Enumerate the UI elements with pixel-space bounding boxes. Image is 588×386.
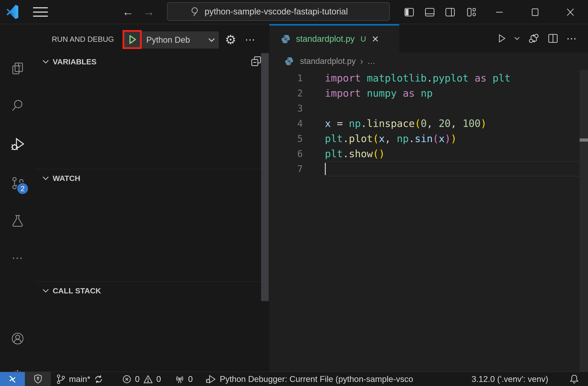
close-icon — [565, 7, 576, 17]
code-line[interactable]: 1import matplotlib.pyplot as plt — [269, 71, 580, 86]
nav-back-button[interactable]: ← — [122, 5, 134, 19]
code-line[interactable]: 7 — [269, 161, 580, 176]
debug-run-icon — [206, 374, 216, 384]
line-number[interactable]: 3 — [269, 103, 303, 114]
overview-ruler-cursor-marker — [580, 138, 588, 142]
sidebar-title: RUN AND DEBUG — [52, 35, 114, 44]
chevron-down-icon — [208, 37, 215, 43]
line-content[interactable]: import numpy as np — [325, 86, 580, 101]
sidebar-right-icon — [444, 7, 456, 17]
activity-search-button[interactable] — [0, 99, 35, 112]
code-token: ( — [373, 146, 379, 161]
code-token: np — [421, 86, 433, 101]
maximize-button[interactable] — [529, 6, 542, 18]
tab-close-button[interactable]: ✕ — [371, 34, 379, 44]
line-number[interactable]: 4 — [269, 118, 303, 129]
remote-indicator-button[interactable] — [0, 372, 25, 386]
section-watch-header[interactable]: WATCH — [35, 169, 269, 187]
warnings-count: 0 — [156, 374, 161, 384]
minimize-icon — [494, 7, 504, 17]
minimize-button[interactable] — [493, 6, 506, 18]
nav-forward-button[interactable]: → — [143, 5, 155, 19]
code-token: as — [403, 86, 415, 101]
code-token: 20 — [439, 116, 451, 131]
activity-explorer-button[interactable] — [0, 62, 35, 75]
section-variables-header[interactable]: VARIABLES — [35, 53, 269, 71]
activity-more-views-button[interactable]: ⋯ — [0, 251, 35, 265]
code-token — [486, 71, 493, 86]
toggle-panel-button[interactable] — [423, 6, 436, 18]
run-dropdown-chevron[interactable] — [514, 36, 520, 41]
testing-flask-icon — [11, 214, 24, 228]
line-number[interactable]: 1 — [269, 73, 303, 83]
code-token: x — [439, 131, 445, 146]
run-python-file-button[interactable] — [497, 34, 506, 43]
explorer-files-icon — [11, 62, 24, 75]
line-content[interactable]: plt.plot(x, np.sin(x)) — [325, 131, 580, 146]
line-content[interactable]: import matplotlib.pyplot as plt — [325, 71, 580, 86]
code-line[interactable]: 5plt.plot(x, np.sin(x)) — [269, 131, 580, 146]
tab-standardplot[interactable]: standardplot.py U ✕ — [269, 24, 399, 52]
code-line[interactable]: 2import numpy as np — [269, 86, 580, 101]
problems-button[interactable]: 0 0 — [122, 372, 161, 386]
editor-scrollbar[interactable] — [580, 70, 588, 371]
code-token: ( — [373, 131, 379, 146]
ports-button[interactable]: 0 — [174, 372, 193, 386]
code-line[interactable]: 6plt.show() — [269, 146, 580, 161]
toggle-secondary-sidebar-button[interactable] — [444, 6, 456, 18]
start-debugging-button[interactable] — [123, 30, 142, 49]
activity-testing-button[interactable] — [0, 214, 35, 228]
section-label: WATCH — [53, 174, 80, 183]
debug-more-actions-button[interactable]: ⋯ — [244, 30, 256, 49]
breadcrumb[interactable]: standardplot.py › … — [269, 52, 588, 70]
code-token: x — [379, 131, 385, 146]
debug-settings-gear-button[interactable]: ⚙ — [224, 30, 237, 49]
git-branch-button[interactable]: main* — [56, 372, 104, 386]
command-center-search[interactable]: python-sample-vscode-fastapi-tutorial — [167, 2, 390, 21]
line-content[interactable] — [325, 101, 580, 116]
line-content[interactable]: plt.show() — [325, 146, 580, 161]
status-bar: main* 0 0 0 — [0, 371, 588, 386]
code-token: 100 — [462, 116, 480, 131]
accounts-button[interactable] — [0, 332, 35, 345]
code-token: plt — [493, 71, 510, 86]
close-window-button[interactable] — [564, 6, 577, 18]
line-content[interactable]: x = np.linspace(0, 20, 100) — [325, 116, 580, 131]
vscode-window: ← → python-sample-vscode-fastapi-tutoria… — [0, 0, 588, 386]
line-number[interactable]: 5 — [269, 134, 303, 144]
line-number[interactable]: 2 — [269, 88, 303, 98]
collapse-all-button[interactable] — [250, 55, 262, 67]
code-line[interactable]: 4x = np.linspace(0, 20, 100) — [269, 116, 580, 131]
tab-filename: standardplot.py — [296, 34, 355, 44]
code-token: linspace — [367, 116, 415, 131]
notifications-button[interactable] — [568, 372, 581, 386]
breadcrumb-filename[interactable]: standardplot.py — [300, 57, 356, 66]
activity-run-debug-button[interactable] — [0, 138, 35, 151]
editor-more-actions-button[interactable]: ⋯ — [566, 32, 577, 44]
line-number[interactable]: 6 — [269, 149, 303, 159]
breadcrumb-symbol[interactable]: … — [367, 57, 376, 66]
open-changes-icon[interactable] — [528, 33, 540, 44]
split-editor-button[interactable] — [547, 33, 559, 44]
section-call-stack-header[interactable]: CALL STACK — [35, 281, 269, 299]
python-interpreter-button[interactable]: 3.12.0 ('.venv': venv) — [472, 372, 548, 386]
code-token — [469, 71, 475, 86]
code-token: ( — [433, 131, 439, 146]
line-content[interactable] — [325, 161, 580, 176]
toggle-primary-sidebar-button[interactable] — [403, 6, 416, 18]
sidebar-scrollbar[interactable] — [261, 53, 269, 301]
workspace-trust-button[interactable] — [25, 372, 51, 386]
customize-layout-button[interactable] — [465, 6, 478, 18]
editor-group: standardplot.py U ✕ ⋯ — [269, 24, 588, 371]
menu-hamburger-button[interactable] — [33, 7, 48, 17]
code-token — [415, 86, 421, 101]
debug-status-button[interactable]: Python Debugger: Current File (python-sa… — [206, 372, 413, 386]
debug-configuration-label: Python Deb — [146, 35, 208, 45]
ports-count: 0 — [188, 374, 193, 384]
vscode-logo-icon — [5, 4, 20, 19]
code-token: numpy — [367, 86, 397, 101]
line-number[interactable]: 7 — [269, 164, 303, 174]
code-line[interactable]: 3 — [269, 101, 580, 116]
debug-configuration-dropdown[interactable]: Python Deb — [142, 31, 219, 49]
code-token: x — [325, 116, 331, 131]
